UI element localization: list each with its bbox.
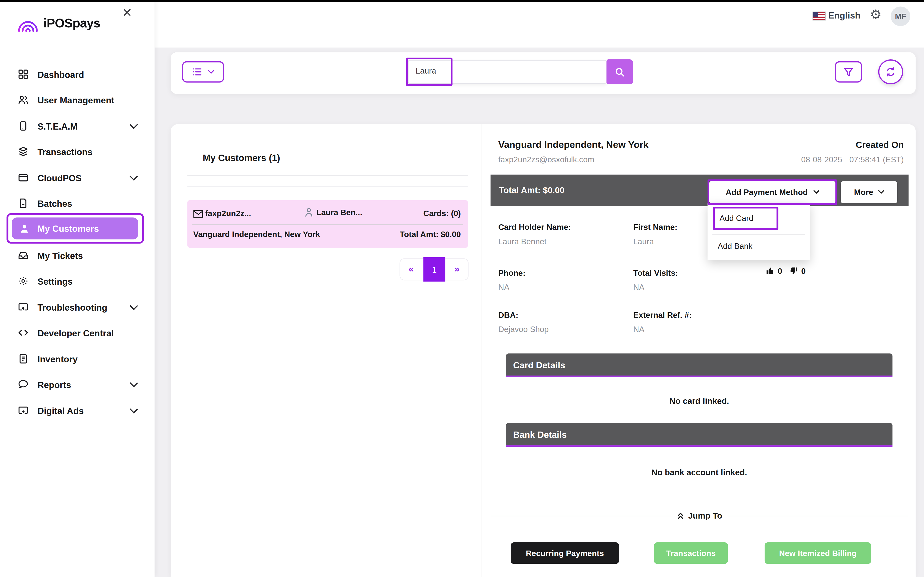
external-ref-value: NA <box>633 325 645 334</box>
list-icon <box>192 67 204 77</box>
sidebar-item-label: CloudPOS <box>37 172 82 183</box>
rainbow-logo-icon <box>16 14 39 32</box>
sidebar-item-label: Transactions <box>37 147 93 156</box>
first-name-label: First Name: <box>633 223 678 232</box>
chevron-down-icon <box>130 302 138 310</box>
chevron-down-icon <box>208 70 214 74</box>
file-icon <box>18 198 28 208</box>
jump-to-divider: Jump To <box>491 510 909 521</box>
sidebar-item-cloudpos[interactable]: CloudPOS <box>0 168 155 187</box>
sidebar-item-dashboard[interactable]: Dashboard <box>0 64 155 84</box>
chevron-down-icon <box>130 379 138 387</box>
sidebar-item-label: Developer Central <box>37 328 114 338</box>
search-icon <box>614 66 626 77</box>
sidebar-item-label: Batches <box>37 198 72 208</box>
recurring-payments-button[interactable]: Recurring Payments <box>511 542 619 564</box>
sidebar-item-settings[interactable]: Settings <box>0 271 155 290</box>
refresh-button[interactable] <box>878 60 903 84</box>
chevron-down-icon <box>878 190 884 194</box>
us-flag-icon <box>813 12 825 20</box>
top-header-band <box>155 0 924 48</box>
customer-name-truncated: Laura Ben... <box>304 207 362 218</box>
sidebar-item-steam[interactable]: S.T.E.A.M <box>0 116 155 135</box>
card-holder-name-label: Card Holder Name: <box>498 223 571 232</box>
pagination-prev-button[interactable]: « <box>409 264 414 274</box>
dashboard-icon <box>18 69 28 80</box>
pagination: « 1 » <box>400 258 469 280</box>
search-button[interactable] <box>606 60 633 84</box>
refresh-sync-icon <box>885 66 897 77</box>
close-icon[interactable]: × <box>123 3 132 21</box>
dislikes-count: 0 <box>801 266 806 275</box>
panel-divider <box>482 124 482 577</box>
gear-icon[interactable]: ⚙ <box>870 7 882 23</box>
pagination-next-button[interactable]: » <box>454 264 460 274</box>
language-selector[interactable]: English <box>828 10 861 20</box>
sidebar-item-transactions[interactable]: Transactions <box>0 142 155 161</box>
card-holder-name-value: Laura Bennet <box>498 237 546 246</box>
sidebar-item-label: Reports <box>37 379 71 390</box>
code-icon <box>18 327 28 338</box>
avatar[interactable]: MF <box>891 6 911 26</box>
add-payment-method-button[interactable]: Add Payment Method <box>709 181 835 203</box>
detail-merchant-name: Vanguard Independent, New York <box>498 140 649 150</box>
thumbs-up-icon[interactable] <box>765 266 775 276</box>
customer-total-amount: Total Amt: $0.00 <box>400 230 461 239</box>
sidebar-item-inventory[interactable]: Inventory <box>0 349 155 368</box>
more-button[interactable]: More <box>841 181 897 203</box>
sidebar-item-developer-central[interactable]: Developer Central <box>0 323 155 342</box>
menu-item-add-card[interactable]: Add Card <box>719 214 753 223</box>
document-icon <box>18 353 28 364</box>
sidebar-item-troubleshooting[interactable]: Troubleshooting <box>0 298 155 317</box>
customer-cards-count: Cards: (0) <box>423 209 461 218</box>
brand-name: iPOSpays <box>43 16 100 30</box>
total-visits-value: NA <box>633 283 645 292</box>
divider <box>187 175 468 176</box>
chevron-down-icon <box>813 190 819 194</box>
sidebar-item-label: Digital Ads <box>37 405 84 416</box>
likes-count: 0 <box>778 266 782 275</box>
search-toolbar-card: Laura <box>171 52 916 94</box>
customer-list-item[interactable]: faxp2un2z... Laura Ben... Cards: (0) Van… <box>187 200 468 248</box>
phone-value: NA <box>498 283 509 292</box>
sidebar-item-label: Settings <box>37 276 73 286</box>
created-on-value: 08-08-2025 - 07:58:41 (EST) <box>801 155 904 164</box>
sidebar-item-label: Dashboard <box>37 69 84 79</box>
thumbs-down-icon[interactable] <box>789 266 798 276</box>
more-label: More <box>854 188 873 197</box>
card-details-empty-text: No card linked. <box>506 396 892 406</box>
sidebar-item-my-tickets[interactable]: My Tickets <box>0 246 155 265</box>
total-visits-label: Total Visits: <box>633 269 678 277</box>
card-details-header: Card Details <box>506 353 892 377</box>
sidebar: iPOSpays × Dashboard User Management S.T… <box>0 0 155 577</box>
dba-value: Dejavoo Shop <box>498 325 549 334</box>
sidebar-item-reports[interactable]: Reports <box>0 375 155 394</box>
customer-merchant: Vanguard Independent, New York <box>193 230 320 239</box>
sidebar-item-label: My Tickets <box>37 250 83 261</box>
add-payment-method-label: Add Payment Method <box>726 188 808 197</box>
person-icon <box>19 223 30 234</box>
sidebar-item-user-management[interactable]: User Management <box>0 90 155 110</box>
sidebar-item-digital-ads[interactable]: Digital Ads <box>0 401 155 420</box>
sidebar-item-my-customers[interactable]: My Customers <box>12 218 138 239</box>
menu-item-add-bank[interactable]: Add Bank <box>718 242 753 251</box>
divider <box>187 186 468 186</box>
chevron-down-icon <box>130 172 138 181</box>
new-itemized-billing-button[interactable]: New Itemized Billing <box>765 542 871 564</box>
customers-content-card: My Customers (1) faxp2un2z... Laura Ben.… <box>171 124 916 577</box>
filter-button[interactable] <box>835 61 862 83</box>
sidebar-item-batches[interactable]: Batches <box>0 194 155 213</box>
jump-to-label: Jump To <box>688 511 722 521</box>
search-input[interactable] <box>408 60 606 84</box>
pagination-current-page[interactable]: 1 <box>423 257 445 282</box>
list-view-dropdown-button[interactable] <box>182 61 224 83</box>
device-icon <box>18 121 28 131</box>
inbox-icon <box>18 250 28 261</box>
created-on-label: Created On <box>856 140 904 150</box>
ipospays-app: iPOSpays × Dashboard User Management S.T… <box>0 0 924 577</box>
add-payment-method-menu: Add Card Add Bank <box>708 203 810 260</box>
transactions-button[interactable]: Transactions <box>654 542 728 564</box>
phone-label: Phone: <box>498 269 525 277</box>
divider <box>192 224 463 225</box>
customer-email-truncated: faxp2un2z... <box>193 209 251 218</box>
